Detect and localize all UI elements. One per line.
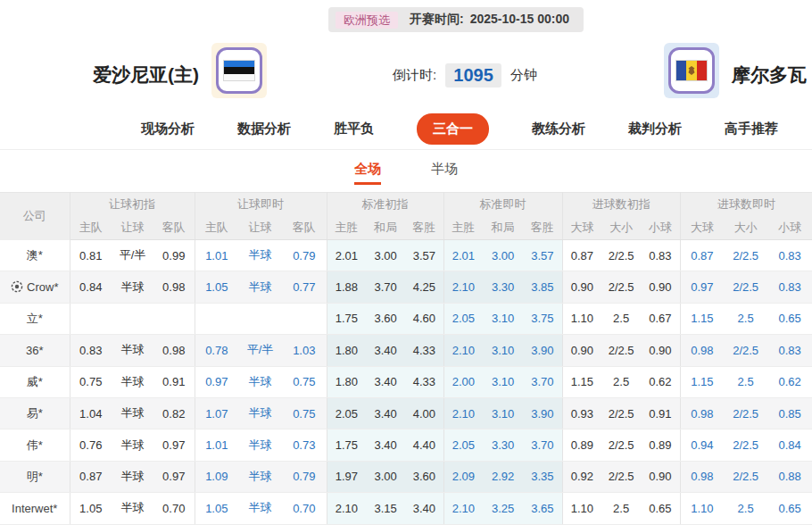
odds-cell[interactable]: 3.10 [483,335,523,366]
odds-cell[interactable]: 2.05 [443,429,483,461]
nav-tab-2[interactable]: 数据分析 [237,121,291,138]
odds-cell[interactable]: 0.92 [562,461,601,492]
odds-cell[interactable]: 2/2.5 [601,461,641,492]
odds-cell[interactable]: 平/半 [238,335,282,366]
odds-cell[interactable]: 1.04 [70,397,112,429]
odds-cell[interactable]: 3.00 [366,461,405,492]
odds-cell[interactable]: 4.60 [405,303,443,334]
odds-cell[interactable]: 2/2.5 [601,335,641,366]
odds-cell[interactable]: 2.10 [327,493,366,524]
odds-cell[interactable]: 3.90 [523,335,562,366]
company-cell[interactable]: 36* [0,335,70,366]
nav-tab-5[interactable]: 教练分析 [532,121,585,138]
odds-cell[interactable]: 2.92 [483,461,523,492]
odds-cell[interactable]: 3.35 [523,461,562,492]
odds-cell[interactable]: 0.98 [680,335,724,366]
odds-cell[interactable]: 0.97 [680,271,724,303]
odds-cell[interactable]: 3.30 [483,271,523,303]
odds-cell[interactable]: 1.05 [70,493,112,524]
odds-cell[interactable]: 0.83 [70,335,112,366]
odds-cell[interactable]: 1.03 [282,335,327,366]
odds-cell[interactable]: 0.94 [680,429,724,461]
odds-cell[interactable]: 半球 [112,397,153,429]
odds-cell[interactable] [195,303,238,334]
odds-cell[interactable]: 0.87 [680,240,724,271]
odds-cell[interactable]: 半球 [112,429,153,461]
odds-cell[interactable]: 0.79 [282,461,327,492]
odds-cell[interactable]: 3.65 [523,493,562,524]
company-cell[interactable]: 立* [0,303,70,334]
odds-cell[interactable]: 3.90 [523,397,562,429]
odds-cell[interactable]: 2/2.5 [601,429,641,461]
odds-cell[interactable]: 0.84 [70,271,112,303]
odds-cell[interactable]: 0.79 [282,240,327,271]
odds-cell[interactable]: 0.83 [767,240,812,271]
odds-cell[interactable] [112,303,153,334]
odds-cell[interactable]: 0.98 [680,397,724,429]
odds-cell[interactable]: 3.40 [366,429,405,461]
odds-cell[interactable]: 3.85 [523,271,562,303]
odds-cell[interactable]: 3.10 [483,397,523,429]
company-cell[interactable]: Crow* [0,271,70,303]
odds-cell[interactable]: 平/半 [112,240,153,271]
odds-cell[interactable]: 半球 [238,240,282,271]
odds-cell[interactable]: 0.67 [641,303,680,334]
odds-cell[interactable]: 1.97 [327,461,366,492]
odds-cell[interactable]: 2/2.5 [601,271,641,303]
odds-cell[interactable]: 2.5 [601,493,641,524]
odds-cell[interactable]: 0.83 [767,335,812,366]
odds-cell[interactable]: 1.15 [562,366,601,397]
odds-cell[interactable]: 半球 [238,461,282,492]
company-cell[interactable]: 澳* [0,240,70,271]
odds-cell[interactable]: 1.75 [327,303,366,334]
odds-cell[interactable]: 0.90 [562,271,601,303]
odds-cell[interactable]: 2/2.5 [724,461,767,492]
odds-cell[interactable]: 2.5 [724,366,767,397]
odds-cell[interactable]: 3.10 [483,366,523,397]
nav-tab-7[interactable]: 高手推荐 [725,121,778,138]
odds-cell[interactable]: 0.82 [153,397,195,429]
odds-cell[interactable]: 3.60 [405,461,443,492]
odds-cell[interactable]: 0.98 [153,335,195,366]
odds-cell[interactable]: 3.40 [405,493,443,524]
odds-cell[interactable]: 0.65 [767,303,812,334]
odds-cell[interactable]: 4.00 [405,397,443,429]
company-cell[interactable]: 伟* [0,429,70,461]
odds-cell[interactable]: 3.75 [523,303,562,334]
odds-cell[interactable]: 0.75 [282,366,327,397]
odds-cell[interactable]: 半球 [238,271,282,303]
odds-cell[interactable]: 0.75 [70,366,112,397]
nav-tab-4[interactable]: 三合一 [417,113,489,145]
odds-cell[interactable]: 2/2.5 [724,335,767,366]
odds-cell[interactable]: 2/2.5 [724,240,767,271]
nav-tab-6[interactable]: 裁判分析 [628,121,682,138]
odds-cell[interactable]: 2.05 [327,397,366,429]
odds-cell[interactable]: 0.73 [282,429,327,461]
odds-cell[interactable]: 0.70 [153,493,195,524]
odds-cell[interactable]: 2/2.5 [724,271,767,303]
odds-cell[interactable]: 3.40 [366,366,405,397]
odds-cell[interactable]: 0.91 [641,397,680,429]
odds-cell[interactable]: 0.65 [767,493,812,524]
odds-cell[interactable]: 0.90 [562,335,601,366]
odds-cell[interactable]: 3.10 [483,303,523,334]
odds-cell[interactable]: 1.80 [327,335,366,366]
odds-cell[interactable]: 0.77 [282,271,327,303]
odds-cell[interactable]: 半球 [112,366,153,397]
odds-cell[interactable]: 0.88 [767,461,812,492]
odds-cell[interactable]: 4.33 [405,366,443,397]
odds-cell[interactable]: 0.91 [153,366,195,397]
odds-cell[interactable]: 1.15 [680,303,724,334]
odds-cell[interactable]: 3.70 [523,366,562,397]
odds-cell[interactable]: 4.25 [405,271,443,303]
odds-cell[interactable]: 0.90 [641,335,680,366]
odds-cell[interactable]: 2.10 [443,397,483,429]
odds-cell[interactable]: 0.87 [70,461,112,492]
odds-cell[interactable]: 3.15 [366,493,405,524]
odds-cell[interactable] [70,303,112,334]
odds-cell[interactable]: 2.00 [443,366,483,397]
odds-cell[interactable]: 3.70 [366,271,405,303]
odds-cell[interactable]: 0.85 [767,397,812,429]
odds-cell[interactable]: 0.90 [641,271,680,303]
odds-cell[interactable]: 0.75 [282,397,327,429]
